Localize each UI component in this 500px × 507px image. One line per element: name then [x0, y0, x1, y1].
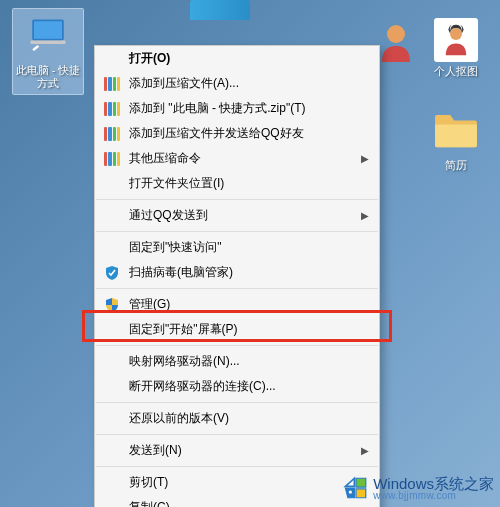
uac-shield-icon [103, 296, 121, 314]
menu-separator [96, 402, 378, 403]
menu-item-restore[interactable]: 还原以前的版本(V) [95, 406, 379, 431]
menu-item-send-qq[interactable]: 通过QQ发送到 ▶ [95, 203, 379, 228]
menu-separator [96, 434, 378, 435]
books-icon [103, 150, 121, 168]
chevron-right-icon: ▶ [361, 153, 369, 164]
watermark-url: www.bjjmmw.com [373, 491, 494, 501]
top-fragment [190, 0, 250, 20]
svg-point-3 [387, 25, 405, 43]
person-icon [439, 23, 473, 57]
menu-separator [96, 466, 378, 467]
desktop-icon-label: 简历 [420, 159, 492, 172]
context-menu: 打开(O) 添加到压缩文件(A)... 添加到 "此电脑 - 快捷方式.zip"… [94, 45, 380, 507]
svg-rect-2 [31, 41, 66, 45]
menu-item-other-archive[interactable]: 其他压缩命令 ▶ [95, 146, 379, 171]
books-icon [103, 75, 121, 93]
books-icon [103, 100, 121, 118]
watermark-title: Windows系统之家 [373, 476, 494, 491]
desktop-icon-label: 个人抠图 [420, 65, 492, 78]
shield-check-icon [103, 264, 121, 282]
chevron-right-icon: ▶ [361, 210, 369, 221]
computer-icon [27, 16, 69, 58]
windows-logo-icon [343, 475, 369, 501]
menu-item-pin-start[interactable]: 固定到"开始"屏幕(P) [95, 317, 379, 342]
menu-separator [96, 199, 378, 200]
desktop-icon-folder[interactable]: 简历 [420, 108, 492, 172]
menu-item-cut[interactable]: 剪切(T) [95, 470, 379, 495]
svg-point-5 [349, 490, 352, 493]
menu-separator [96, 288, 378, 289]
menu-item-scan-virus[interactable]: 扫描病毒(电脑管家) [95, 260, 379, 285]
menu-item-add-archive[interactable]: 添加到压缩文件(A)... [95, 71, 379, 96]
watermark: Windows系统之家 www.bjjmmw.com [343, 475, 494, 501]
books-icon [103, 125, 121, 143]
desktop-icon-person[interactable]: 个人抠图 [420, 18, 492, 78]
menu-separator [96, 345, 378, 346]
menu-item-add-zip[interactable]: 添加到 "此电脑 - 快捷方式.zip"(T) [95, 96, 379, 121]
menu-item-manage[interactable]: 管理(G) [95, 292, 379, 317]
folder-icon [433, 113, 479, 151]
menu-item-send-to[interactable]: 发送到(N) ▶ [95, 438, 379, 463]
svg-point-4 [450, 28, 462, 40]
desktop-icon-label: 此电脑 - 快捷方式 [15, 64, 81, 90]
svg-rect-1 [34, 21, 62, 39]
chevron-right-icon: ▶ [361, 445, 369, 456]
desktop-icon-this-pc[interactable]: 此电脑 - 快捷方式 [12, 8, 84, 95]
menu-item-pin-quick[interactable]: 固定到"快速访问" [95, 235, 379, 260]
menu-item-add-send-qq[interactable]: 添加到压缩文件并发送给QQ好友 [95, 121, 379, 146]
menu-item-disconnect-drive[interactable]: 断开网络驱动器的连接(C)... [95, 374, 379, 399]
menu-separator [96, 231, 378, 232]
menu-item-map-drive[interactable]: 映射网络驱动器(N)... [95, 349, 379, 374]
menu-item-copy[interactable]: 复制(C) [95, 495, 379, 507]
menu-item-open[interactable]: 打开(O) [95, 46, 379, 71]
menu-item-open-location[interactable]: 打开文件夹位置(I) [95, 171, 379, 196]
